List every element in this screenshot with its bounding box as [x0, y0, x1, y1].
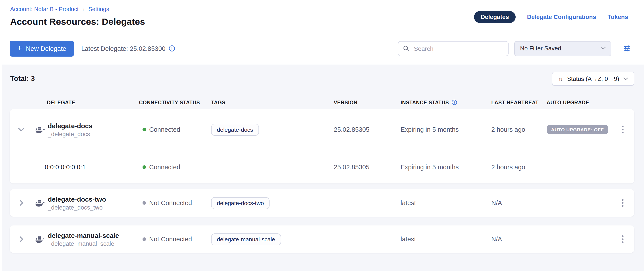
chevron-down-icon	[600, 47, 606, 50]
delegate-row-delegate-docs: delegate-docs _delegate_docs Connected d…	[10, 109, 634, 184]
breadcrumb: Account: Nofar B - Product › Settings	[10, 6, 145, 12]
search-box	[398, 41, 508, 56]
docker-icon	[35, 235, 45, 243]
instance-version: 25.02.85305	[334, 163, 400, 170]
connected-status-dot	[142, 165, 146, 169]
instance-status: latest	[400, 199, 491, 207]
delegate-id: _delegate_docs_two	[48, 204, 106, 211]
search-icon	[403, 45, 410, 52]
info-icon[interactable]	[452, 99, 457, 105]
disconnected-status-dot	[142, 237, 146, 241]
expander-expand-icon[interactable]	[10, 200, 33, 206]
col-header-version: Version	[334, 100, 400, 105]
delegate-row-delegate-docs-two: delegate-docs-two _delegate_docs_two Not…	[10, 189, 634, 217]
plus-icon: +	[17, 44, 22, 52]
tag-chip: delegate-docs	[211, 124, 259, 135]
left-rail-divider	[0, 0, 2, 271]
search-input[interactable]	[413, 44, 504, 52]
delegate-row-delegate-manual-scale: delegate-manual-scale _delegate_manual_s…	[10, 226, 634, 253]
saved-filter-select[interactable]: No Filter Saved	[514, 41, 611, 56]
delegate-name: delegate-docs-two	[48, 195, 106, 203]
tag-chip: delegate-docs-two	[211, 197, 270, 209]
col-header-delegate: Delegate	[33, 100, 139, 105]
latest-delegate-version: Latest Delegate: 25.02.85300	[81, 45, 175, 52]
delegate-id: _delegate_manual_scale	[48, 240, 119, 247]
delegates-page: Account: Nofar B - Product › Settings Ac…	[0, 0, 644, 271]
table-row[interactable]: delegate-docs _delegate_docs Connected d…	[10, 109, 634, 150]
last-heartbeat: N/A	[491, 199, 547, 207]
table-row[interactable]: delegate-manual-scale _delegate_manual_s…	[10, 226, 634, 253]
connected-status-dot	[142, 128, 146, 131]
delegate-instance-row: 0:0:0:0:0:0:0:1 Connected 25.02.85305 Ex…	[10, 150, 634, 184]
row-menu-kebab-icon[interactable]	[611, 199, 634, 207]
last-heartbeat: 2 hours ago	[491, 163, 547, 170]
header-tabs: Delegates Delegate Configurations Tokens	[474, 0, 628, 33]
table-row[interactable]: delegate-docs-two _delegate_docs_two Not…	[10, 189, 634, 217]
row-menu-kebab-icon[interactable]	[611, 126, 634, 134]
delegate-name: delegate-manual-scale	[48, 232, 119, 239]
col-header-tags: Tags	[211, 100, 334, 105]
disconnected-status-dot	[142, 201, 146, 205]
last-heartbeat: 2 hours ago	[491, 126, 547, 133]
connectivity-status: Connected	[149, 126, 180, 133]
col-header-instance-status: Instance Status	[400, 99, 491, 105]
table-header: Delegate Connectivity Status Tags Versio…	[10, 99, 634, 105]
delegate-id: _delegate_docs	[48, 131, 92, 137]
col-header-auto-upgrade: Auto Upgrade	[547, 100, 611, 105]
last-heartbeat: N/A	[491, 236, 547, 243]
instance-status: Expiring in 5 months	[400, 126, 491, 133]
expander-expand-icon[interactable]	[10, 236, 33, 242]
docker-icon	[35, 125, 45, 134]
instance-status: Expiring in 5 months	[400, 163, 491, 170]
tag-chip: delegate-manual-scale	[211, 233, 281, 245]
col-header-last-heartbeat: Last Heartbeat	[491, 100, 547, 105]
total-count: Total: 3	[10, 75, 35, 83]
page-header: Account: Nofar B - Product › Settings Ac…	[0, 0, 644, 33]
instance-status: latest	[400, 236, 491, 243]
breadcrumb-account-link[interactable]: Account: Nofar B - Product	[10, 6, 78, 12]
filter-settings-icon[interactable]	[623, 45, 631, 52]
delegates-list-area: Total: 3 ↑↓ Status (A→Z, 0→9) Delegate C…	[2, 64, 644, 271]
delegate-version: 25.02.85305	[334, 126, 400, 133]
new-delegate-button[interactable]: + New Delegate	[10, 40, 74, 56]
toolbar: + New Delegate Latest Delegate: 25.02.85…	[0, 33, 644, 64]
connectivity-status: Not Connected	[149, 199, 192, 207]
auto-upgrade-badge: AUTO UPGRADE: OFF	[547, 125, 608, 134]
sort-select[interactable]: ↑↓ Status (A→Z, 0→9)	[552, 72, 634, 86]
sort-arrows-icon: ↑↓	[558, 75, 562, 82]
chevron-down-icon	[623, 77, 628, 80]
connectivity-status: Connected	[149, 163, 180, 170]
breadcrumb-separator: ›	[82, 6, 84, 12]
delegate-name: delegate-docs	[48, 122, 92, 129]
tab-tokens[interactable]: Tokens	[608, 14, 628, 20]
tab-delegate-configurations[interactable]: Delegate Configurations	[527, 14, 596, 20]
connectivity-status: Not Connected	[149, 236, 192, 243]
breadcrumb-settings-link[interactable]: Settings	[88, 6, 109, 12]
col-header-connectivity-status: Connectivity Status	[139, 100, 211, 105]
info-icon[interactable]	[169, 45, 175, 52]
expander-collapse-icon[interactable]	[10, 128, 33, 132]
instance-host: 0:0:0:0:0:0:0:1	[33, 163, 139, 170]
docker-icon	[35, 199, 45, 207]
page-title: Account Resources: Delegates	[10, 16, 145, 27]
row-menu-kebab-icon[interactable]	[611, 235, 634, 243]
tab-delegates[interactable]: Delegates	[474, 11, 516, 23]
